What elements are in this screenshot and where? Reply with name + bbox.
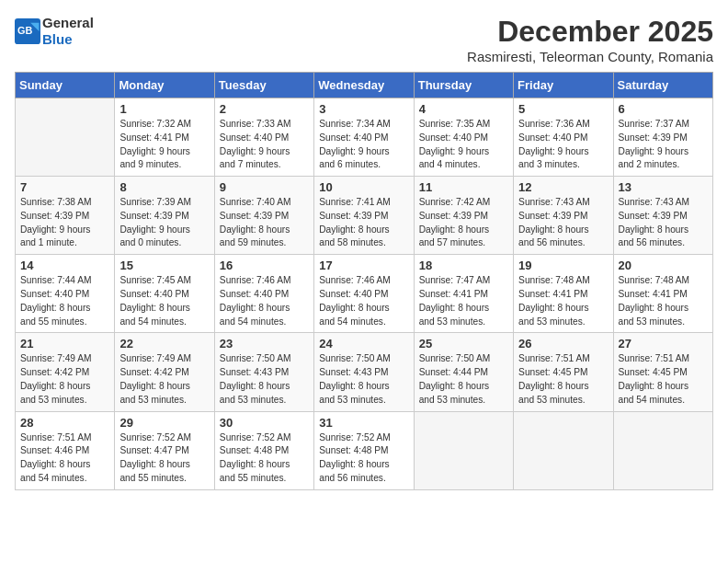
calendar-cell: 16Sunrise: 7:46 AM Sunset: 4:40 PM Dayli… [214, 255, 313, 333]
day-info: Sunrise: 7:40 AM Sunset: 4:39 PM Dayligh… [220, 196, 309, 250]
day-info: Sunrise: 7:50 AM Sunset: 4:43 PM Dayligh… [220, 352, 309, 407]
month-year-title: December 2025 [467, 15, 713, 49]
day-number: 30 [220, 416, 309, 430]
calendar-cell: 2Sunrise: 7:33 AM Sunset: 4:40 PM Daylig… [214, 98, 313, 177]
day-number: 29 [119, 416, 209, 430]
calendar-cell: 25Sunrise: 7:50 AM Sunset: 4:44 PM Dayli… [414, 333, 513, 411]
day-number: 7 [20, 180, 109, 194]
day-info: Sunrise: 7:51 AM Sunset: 4:45 PM Dayligh… [619, 352, 708, 407]
calendar-cell: 10Sunrise: 7:41 AM Sunset: 4:39 PM Dayli… [314, 177, 414, 255]
day-number: 31 [319, 416, 408, 430]
day-number: 20 [619, 259, 708, 272]
calendar-table: SundayMondayTuesdayWednesdayThursdayFrid… [15, 72, 713, 490]
day-number: 14 [20, 259, 109, 272]
calendar-cell: 18Sunrise: 7:47 AM Sunset: 4:41 PM Dayli… [414, 255, 513, 333]
calendar-week-row: 21Sunrise: 7:49 AM Sunset: 4:42 PM Dayli… [16, 333, 713, 411]
day-number: 22 [119, 337, 209, 350]
day-number: 10 [319, 180, 408, 194]
calendar-cell: 29Sunrise: 7:52 AM Sunset: 4:47 PM Dayli… [115, 411, 214, 489]
day-info: Sunrise: 7:52 AM Sunset: 4:48 PM Dayligh… [220, 431, 309, 486]
calendar-cell: 31Sunrise: 7:52 AM Sunset: 4:48 PM Dayli… [314, 411, 414, 489]
day-number: 1 [119, 102, 209, 116]
calendar-cell: 30Sunrise: 7:52 AM Sunset: 4:48 PM Dayli… [214, 411, 313, 489]
logo: GB General Blue [15, 15, 94, 48]
calendar-cell: 14Sunrise: 7:44 AM Sunset: 4:40 PM Dayli… [16, 255, 115, 333]
day-info: Sunrise: 7:50 AM Sunset: 4:43 PM Dayligh… [319, 352, 408, 407]
day-number: 12 [518, 180, 608, 194]
calendar-cell: 9Sunrise: 7:40 AM Sunset: 4:39 PM Daylig… [214, 177, 313, 255]
calendar-cell [514, 411, 613, 489]
day-number: 4 [419, 102, 508, 116]
column-header-saturday: Saturday [613, 73, 712, 98]
day-info: Sunrise: 7:48 AM Sunset: 4:41 PM Dayligh… [518, 274, 608, 328]
calendar-week-row: 14Sunrise: 7:44 AM Sunset: 4:40 PM Dayli… [16, 255, 713, 333]
calendar-cell: 3Sunrise: 7:34 AM Sunset: 4:40 PM Daylig… [314, 98, 414, 177]
calendar-cell: 6Sunrise: 7:37 AM Sunset: 4:39 PM Daylig… [613, 98, 712, 177]
calendar-week-row: 28Sunrise: 7:51 AM Sunset: 4:46 PM Dayli… [16, 411, 713, 489]
day-number: 28 [20, 416, 109, 430]
calendar-cell [613, 411, 712, 489]
page-header: GB General Blue December 2025 Rasmiresti… [15, 15, 713, 64]
calendar-cell: 19Sunrise: 7:48 AM Sunset: 4:41 PM Dayli… [514, 255, 613, 333]
column-header-monday: Monday [115, 73, 214, 98]
day-number: 3 [319, 102, 408, 116]
calendar-cell: 11Sunrise: 7:42 AM Sunset: 4:39 PM Dayli… [414, 177, 513, 255]
day-number: 21 [20, 337, 109, 350]
day-number: 17 [319, 259, 408, 272]
day-number: 6 [619, 102, 708, 116]
calendar-cell: 24Sunrise: 7:50 AM Sunset: 4:43 PM Dayli… [314, 333, 414, 411]
day-number: 24 [319, 337, 408, 350]
day-number: 2 [220, 102, 309, 116]
logo-blue-text: Blue [42, 31, 73, 47]
day-info: Sunrise: 7:32 AM Sunset: 4:41 PM Dayligh… [119, 118, 209, 172]
calendar-cell: 15Sunrise: 7:45 AM Sunset: 4:40 PM Dayli… [115, 255, 214, 333]
calendar-cell: 20Sunrise: 7:48 AM Sunset: 4:41 PM Dayli… [613, 255, 712, 333]
calendar-cell: 5Sunrise: 7:36 AM Sunset: 4:40 PM Daylig… [514, 98, 613, 177]
day-info: Sunrise: 7:43 AM Sunset: 4:39 PM Dayligh… [518, 196, 608, 250]
day-info: Sunrise: 7:39 AM Sunset: 4:39 PM Dayligh… [119, 196, 209, 250]
day-info: Sunrise: 7:47 AM Sunset: 4:41 PM Dayligh… [419, 274, 508, 328]
calendar-cell [16, 98, 115, 177]
calendar-cell: 1Sunrise: 7:32 AM Sunset: 4:41 PM Daylig… [115, 98, 214, 177]
day-info: Sunrise: 7:35 AM Sunset: 4:40 PM Dayligh… [419, 118, 508, 172]
day-info: Sunrise: 7:52 AM Sunset: 4:48 PM Dayligh… [319, 431, 408, 486]
day-number: 19 [518, 259, 608, 272]
day-info: Sunrise: 7:41 AM Sunset: 4:39 PM Dayligh… [319, 196, 408, 250]
day-number: 18 [419, 259, 508, 272]
column-header-wednesday: Wednesday [314, 73, 414, 98]
day-info: Sunrise: 7:37 AM Sunset: 4:39 PM Dayligh… [619, 118, 708, 172]
day-info: Sunrise: 7:51 AM Sunset: 4:46 PM Dayligh… [20, 431, 109, 486]
calendar-header-row: SundayMondayTuesdayWednesdayThursdayFrid… [16, 73, 713, 98]
logo-icon: GB [15, 18, 40, 44]
day-number: 8 [119, 180, 209, 194]
logo-general-text: General [42, 15, 94, 30]
day-number: 25 [419, 337, 508, 350]
day-number: 27 [619, 337, 708, 350]
calendar-cell [414, 411, 513, 489]
calendar-cell: 12Sunrise: 7:43 AM Sunset: 4:39 PM Dayli… [514, 177, 613, 255]
day-info: Sunrise: 7:50 AM Sunset: 4:44 PM Dayligh… [419, 352, 508, 407]
title-block: December 2025 Rasmiresti, Teleorman Coun… [467, 15, 713, 64]
column-header-thursday: Thursday [414, 73, 513, 98]
day-info: Sunrise: 7:36 AM Sunset: 4:40 PM Dayligh… [518, 118, 608, 172]
day-info: Sunrise: 7:52 AM Sunset: 4:47 PM Dayligh… [119, 431, 209, 486]
day-info: Sunrise: 7:45 AM Sunset: 4:40 PM Dayligh… [119, 274, 209, 328]
day-number: 9 [220, 180, 309, 194]
calendar-cell: 7Sunrise: 7:38 AM Sunset: 4:39 PM Daylig… [16, 177, 115, 255]
day-number: 26 [518, 337, 608, 350]
calendar-cell: 27Sunrise: 7:51 AM Sunset: 4:45 PM Dayli… [613, 333, 712, 411]
day-info: Sunrise: 7:44 AM Sunset: 4:40 PM Dayligh… [20, 274, 109, 328]
day-number: 11 [419, 180, 508, 194]
day-number: 23 [220, 337, 309, 350]
day-info: Sunrise: 7:33 AM Sunset: 4:40 PM Dayligh… [220, 118, 309, 172]
calendar-cell: 4Sunrise: 7:35 AM Sunset: 4:40 PM Daylig… [414, 98, 513, 177]
day-info: Sunrise: 7:46 AM Sunset: 4:40 PM Dayligh… [220, 274, 309, 328]
location-subtitle: Rasmiresti, Teleorman County, Romania [467, 49, 713, 64]
svg-text:GB: GB [17, 25, 32, 36]
day-info: Sunrise: 7:43 AM Sunset: 4:39 PM Dayligh… [619, 196, 708, 250]
column-header-friday: Friday [514, 73, 613, 98]
calendar-cell: 28Sunrise: 7:51 AM Sunset: 4:46 PM Dayli… [16, 411, 115, 489]
calendar-cell: 17Sunrise: 7:46 AM Sunset: 4:40 PM Dayli… [314, 255, 414, 333]
day-number: 13 [619, 180, 708, 194]
calendar-cell: 23Sunrise: 7:50 AM Sunset: 4:43 PM Dayli… [214, 333, 313, 411]
